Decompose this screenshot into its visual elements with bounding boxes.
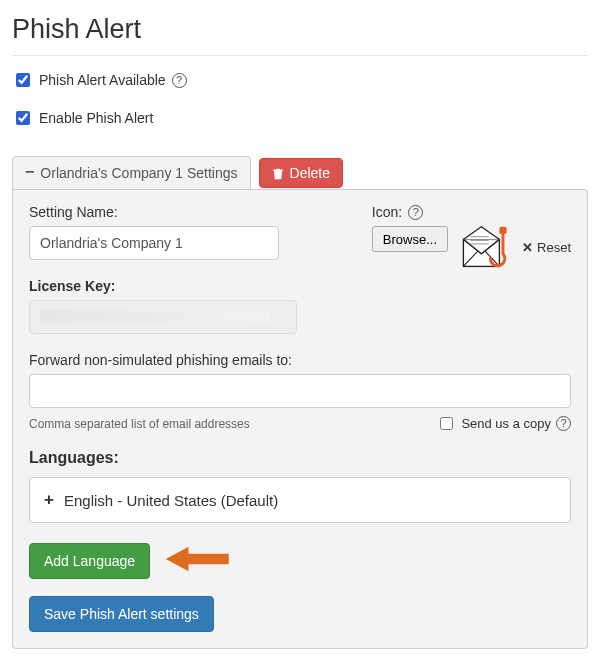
settings-tab[interactable]: − Orlandria's Company 1 Settings xyxy=(12,156,251,190)
envelope-hook-icon xyxy=(458,226,512,281)
forward-emails-input[interactable] xyxy=(29,374,571,408)
send-us-copy-label: Send us a copy xyxy=(461,416,551,431)
forward-label: Forward non-simulated phishing emails to… xyxy=(29,352,571,368)
trash-icon xyxy=(272,167,284,180)
license-key-label: License Key: xyxy=(29,278,350,294)
help-icon[interactable]: ? xyxy=(408,205,423,220)
help-icon[interactable]: ? xyxy=(172,73,187,88)
license-key-field xyxy=(29,300,297,334)
plus-icon: + xyxy=(44,490,54,510)
language-item-label: English - United States (Default) xyxy=(64,492,278,509)
divider xyxy=(12,55,588,56)
enable-phish-alert-checkbox[interactable] xyxy=(16,111,30,125)
close-icon: ✕ xyxy=(522,240,533,255)
setting-name-label: Setting Name: xyxy=(29,204,350,220)
languages-heading: Languages: xyxy=(29,449,571,467)
minus-icon: − xyxy=(25,163,34,181)
browse-button[interactable]: Browse... xyxy=(372,226,448,252)
setting-name-input[interactable] xyxy=(29,226,279,260)
page-title: Phish Alert xyxy=(12,14,588,45)
reset-button[interactable]: ✕ Reset xyxy=(522,240,571,255)
arrow-icon xyxy=(164,539,234,582)
forward-hint: Comma separated list of email addresses xyxy=(29,417,250,431)
enable-phish-alert-label: Enable Phish Alert xyxy=(39,110,153,126)
add-language-button[interactable]: Add Language xyxy=(29,543,150,579)
icon-label: Icon: ? xyxy=(372,204,571,220)
language-item[interactable]: + English - United States (Default) xyxy=(29,477,571,523)
settings-tab-label: Orlandria's Company 1 Settings xyxy=(40,165,237,181)
phish-alert-available-label: Phish Alert Available xyxy=(39,72,166,88)
send-us-copy-checkbox[interactable] xyxy=(440,417,453,430)
svg-marker-5 xyxy=(166,547,229,572)
delete-button-label: Delete xyxy=(290,165,330,181)
svg-rect-4 xyxy=(499,227,506,234)
settings-panel: Setting Name: License Key: Icon: ? Brows… xyxy=(12,189,588,649)
phish-alert-available-checkbox[interactable] xyxy=(16,73,30,87)
delete-button[interactable]: Delete xyxy=(259,158,343,188)
help-icon[interactable]: ? xyxy=(556,416,571,431)
reset-label: Reset xyxy=(537,240,571,255)
save-settings-button[interactable]: Save Phish Alert settings xyxy=(29,596,214,632)
